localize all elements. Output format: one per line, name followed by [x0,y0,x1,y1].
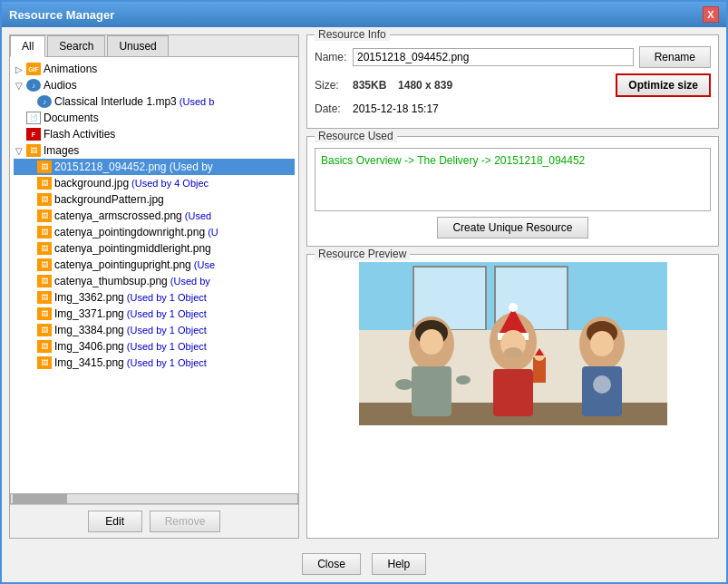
svg-point-22 [395,379,413,390]
edit-button[interactable]: Edit [88,511,142,532]
tab-all[interactable]: All [10,35,45,57]
optimize-size-button[interactable]: Optimize size [616,73,711,97]
tree-item-label: Images [44,144,79,157]
list-item[interactable]: 🖼 background.jpg (Used by 4 Objec [14,175,295,191]
size-row: Size: 835KB 1480 x 839 Optimize size [315,73,711,97]
list-item[interactable]: 🖼 Img_3362.png (Used by 1 Object [14,289,295,306]
resource-manager-window: Resource Manager X All Search Unused ▷ G… [0,0,728,584]
tree-item-label: Documents [44,112,99,124]
remove-button[interactable]: Remove [150,511,221,532]
scrollbar-thumb [13,494,67,503]
gif-icon: GIF [26,63,41,75]
list-item[interactable]: 🖼 backgroundPattern.jpg [14,191,295,208]
list-item[interactable]: ♪ Classical Interlude 1.mp3 (Used b [14,93,295,110]
tree-item-label: 20151218_094452.png [54,161,166,173]
used-label: (Used [182,210,211,221]
name-row: Name: Rename [315,46,711,68]
svg-point-9 [420,329,443,355]
name-label: Name: [315,51,347,63]
tree-item-label: catenya_pointingmiddleright.png [54,242,211,255]
image-file-icon: 🖼 [37,209,52,222]
expand-icon: ▽ [15,146,26,156]
list-item[interactable]: 🖼 Img_3406.png (Used by 1 Object [14,338,295,355]
dialog-bottom-buttons: Close Help [2,546,726,582]
svg-point-19 [593,375,611,394]
list-item[interactable]: 🖼 catenya_pointingupright.png (Use [14,257,295,273]
tree-item-label: Img_3406.png [54,340,124,353]
tree-item-label: Img_3371.png [54,307,124,320]
date-row: Date: 2015-12-18 15:17 [315,102,711,115]
used-label: (U [205,227,218,238]
list-item[interactable]: 🖼 catenya_pointingmiddleright.png [14,240,295,257]
size-value: 835KB [353,79,386,92]
tree-item-label: Classical Interlude 1.mp3 [54,95,177,108]
doc-icon: 📄 [26,112,41,124]
resource-tree[interactable]: ▷ GIF Animations ▽ ♪ Audios ♪ Classical … [10,57,298,493]
horizontal-scrollbar[interactable] [10,493,298,504]
expand-icon: ▽ [15,81,26,91]
tree-item-label: background.jpg [54,177,129,190]
tab-bar: All Search Unused [10,35,298,57]
used-label: (Used b [177,96,215,107]
rename-button[interactable]: Rename [639,46,711,68]
preview-image [359,262,667,425]
image-file-icon: 🖼 [37,340,52,353]
list-item[interactable]: F Flash Activities [14,126,295,142]
list-item[interactable]: 🖼 Img_3415.png (Used by 1 Object [14,355,295,371]
tab-search[interactable]: Search [47,35,105,56]
resource-info-group: Resource Info Name: Rename Size: 835KB 1… [306,34,719,129]
image-file-icon: 🖼 [37,356,52,369]
tree-bottom-buttons: Edit Remove [10,504,298,538]
tree-item-label: Img_3362.png [54,291,124,304]
date-value: 2015-12-18 15:17 [353,102,439,115]
create-unique-button[interactable]: Create Unique Resource [437,217,587,238]
resource-preview-group-label: Resource Preview [315,248,410,260]
image-file-icon: 🖼 [37,177,52,190]
size-label: Size: [315,79,347,92]
tree-item-label: Img_3415.png [54,356,124,369]
tree-item-label: Img_3384.png [54,324,124,336]
audio-icon: ♪ [26,79,41,92]
svg-point-23 [456,375,471,384]
image-file-icon: 🖼 [37,226,52,238]
used-label: (Used by 1 Object [124,308,207,319]
tree-item-label: catenya_pointingupright.png [54,258,191,271]
left-panel: All Search Unused ▷ GIF Animations ▽ ♪ A… [9,34,299,539]
tree-item-label: Audios [44,79,77,92]
image-file-icon: 🖼 [37,161,52,173]
right-panel: Resource Info Name: Rename Size: 835KB 1… [306,34,719,539]
list-item[interactable]: 🖼 Img_3384.png (Used by 1 Object [14,322,295,338]
list-item[interactable]: 🖼 catenya_thumbsup.png (Used by [14,273,295,289]
used-label: (Used by 1 Object [124,325,207,336]
list-item[interactable]: 🖼 Img_3371.png (Used by 1 Object [14,306,295,322]
list-item[interactable]: 📄 Documents [14,110,295,126]
name-input[interactable] [353,48,634,66]
used-label: (Used by 4 Objec [129,178,209,189]
close-button[interactable]: X [703,6,719,23]
help-button[interactable]: Help [372,553,426,575]
image-file-icon: 🖼 [37,193,52,206]
used-label: (Use [191,259,215,270]
svg-point-16 [504,347,522,358]
resource-preview-group: Resource Preview [306,254,719,539]
tree-item-label: catenya_pointingdownright.png [54,226,205,238]
used-label: (Used by 1 Object [124,357,207,368]
dimensions-value: 1480 x 839 [392,79,452,92]
svg-rect-24 [533,357,546,383]
list-item[interactable]: ▽ 🖼 Images [14,142,295,159]
svg-rect-7 [412,366,451,416]
image-file-icon: 🖼 [37,275,52,287]
close-dialog-button[interactable]: Close [302,553,361,575]
used-label: (Used by 1 Object [124,341,207,352]
resource-used-group-label: Resource Used [315,130,397,142]
resource-used-content: Basics Overview -> The Delivery -> 20151… [315,148,711,211]
list-item[interactable]: ▽ ♪ Audios [14,77,295,93]
list-item[interactable]: 🖼 catenya_pointingdownright.png (U [14,224,295,240]
list-item[interactable]: 🖼 20151218_094452.png (Used by [14,159,295,175]
list-item[interactable]: ▷ GIF Animations [14,61,295,77]
image-file-icon: 🖼 [37,307,52,320]
list-item[interactable]: 🖼 catenya_armscrossed.png (Used [14,208,295,224]
date-label: Date: [315,102,347,115]
tree-item-label: Flash Activities [44,128,115,141]
tab-unused[interactable]: Unused [107,35,168,56]
